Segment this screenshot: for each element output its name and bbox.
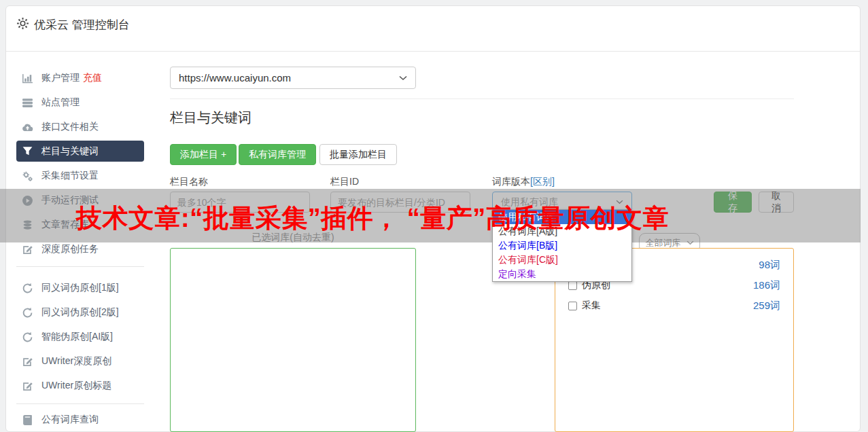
app-title: 优采云 管理控制台: [34, 17, 130, 33]
dropdown-option-public-c[interactable]: 公有词库[C版]: [493, 253, 631, 267]
book-icon: [22, 414, 33, 426]
sidebar-item-label: 账户管理充值: [41, 72, 102, 84]
sidebar-item-label: 智能伪原创[AI版]: [41, 331, 113, 343]
dropdown-option-public-b[interactable]: 公有词库[B版]: [493, 238, 631, 253]
edit-icon: [22, 356, 33, 367]
refresh-icon: [22, 283, 33, 294]
refresh-icon: [22, 307, 33, 319]
server-icon: [22, 97, 33, 109]
refresh-icon: [22, 331, 33, 343]
promo-text: 技术文章:“批量采集”插件， “量产”高质量原创文章: [76, 201, 669, 236]
sidebar-item-synonym-1[interactable]: 同义词伪原创[1版]: [16, 276, 144, 300]
page-title: 栏目与关键词: [170, 109, 251, 127]
gear-icon: [16, 17, 29, 30]
sidebar-item-ai-rewrite[interactable]: 智能伪原创[AI版]: [16, 325, 144, 349]
dropdown-option-targeted[interactable]: 定向采集: [493, 267, 631, 281]
lib-version-label: 词库版本[区别]: [492, 176, 555, 188]
sidebar-item-sites[interactable]: 站点管理: [16, 90, 144, 115]
private-lib-button[interactable]: 私有词库管理: [239, 144, 316, 165]
sidebar-item-label: 公有词库查询: [41, 414, 99, 426]
sidebar-item-columns-keywords[interactable]: 栏目与关键词: [16, 141, 144, 162]
sidebar-item-label: 同义词伪原创[2版]: [41, 306, 119, 319]
sidebar-item-label: 接口文件相关: [41, 121, 99, 133]
header-divider: [6, 51, 860, 52]
sidebar-item-label: UWriter深度原创: [41, 355, 111, 367]
cloud-upload-icon: [22, 122, 33, 133]
sidebar-item-account[interactable]: 账户管理充值: [16, 66, 144, 90]
sidebar-item-uwriter-deep[interactable]: UWriter深度原创: [16, 349, 144, 374]
sidebar-item-public-lib-query[interactable]: 公有词库查询: [16, 408, 144, 432]
chevron-down-icon: [399, 75, 407, 81]
sidebar-item-interface-files[interactable]: 接口文件相关: [16, 115, 144, 139]
add-column-button[interactable]: 添加栏目 +: [170, 144, 237, 165]
edit-icon: [22, 244, 33, 255]
column-name-label: 栏目名称: [170, 176, 208, 188]
sidebar-item-label: 深度原创任务: [41, 243, 99, 255]
site-url-value: https://www.ucaiyun.com: [179, 72, 291, 84]
sidebar-item-synonym-2[interactable]: 同义词伪原创[2版]: [16, 300, 144, 325]
site-url-select[interactable]: https://www.ucaiyun.com: [170, 67, 416, 89]
lib-item-label: 采集: [582, 300, 601, 312]
sidebar-item-label: 同义词伪原创[1版]: [41, 282, 119, 294]
gears-icon: [22, 170, 33, 182]
sidebar-divider: [16, 266, 144, 267]
sidebar-item-label: 站点管理: [41, 96, 80, 109]
sidebar-item-label: 采集细节设置: [41, 170, 99, 182]
pseudo-original-checkbox[interactable]: [568, 281, 577, 290]
collect-checkbox[interactable]: [568, 302, 577, 310]
edit-icon: [22, 380, 33, 392]
word-count: 186词: [753, 279, 780, 292]
app-window: 优采云 管理控制台 账户管理充值 站点管理 接口文件相关: [0, 0, 868, 432]
bar-chart-icon: [22, 73, 33, 84]
sidebar-item-label: UWriter原创标题: [41, 380, 111, 392]
lib-list-row: 采集 259词: [568, 295, 780, 316]
content-divider: [170, 98, 794, 99]
difference-link[interactable]: [区别]: [530, 176, 555, 187]
sidebar-item-uwriter-title[interactable]: UWriter原创标题: [16, 374, 144, 398]
filter-icon: [22, 145, 33, 157]
sidebar-item-collect-settings[interactable]: 采集细节设置: [16, 164, 144, 188]
sidebar-item-label: 栏目与关键词: [41, 145, 99, 158]
recharge-badge[interactable]: 充值: [83, 72, 102, 83]
batch-add-button[interactable]: 批量添加栏目: [319, 144, 397, 165]
sidebar-divider: [16, 403, 144, 404]
column-id-label: 栏目ID: [330, 176, 359, 188]
word-count: 98词: [759, 259, 780, 272]
selected-lib-box[interactable]: [170, 248, 416, 432]
word-count: 259词: [753, 300, 780, 312]
